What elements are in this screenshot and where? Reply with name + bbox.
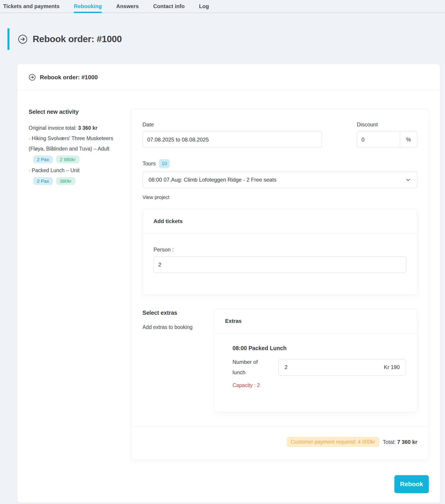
add-tickets-body: Person : — [143, 234, 417, 294]
select-extras-heading: Select extras — [142, 309, 214, 316]
rebook-form-main: Date Discount % Tou — [131, 109, 428, 412]
tours-selected-option: 08:00 07.Aug: Climb Lofoteggen Ridge - 2… — [149, 177, 276, 183]
card-body: Select new activity Original invoice tot… — [17, 90, 440, 503]
item-name: · Packed Lunch – Unit — [29, 165, 118, 176]
extra-quantity-input-wrap: Kr 190 — [278, 359, 406, 376]
discount-input-wrap: % — [357, 131, 417, 148]
list-item: · Hiking Svolværs' Three Musketeers (Flø… — [29, 133, 118, 163]
price-badge: 2 980kr — [56, 155, 79, 163]
card-header: Rebook order: #1000 — [17, 64, 440, 90]
chevron-down-icon — [405, 177, 411, 183]
extra-quantity-input[interactable] — [285, 364, 384, 370]
discount-label: Discount — [357, 121, 417, 128]
date-field-group: Date — [142, 121, 322, 148]
tours-count-badge: 10 — [159, 159, 170, 168]
title-accent-bar — [7, 28, 9, 50]
item-badges: 2 Pax 380kr — [33, 177, 118, 185]
page-title-row: Rebook order: #1000 — [7, 28, 445, 50]
tours-select[interactable]: 08:00 07.Aug: Climb Lofoteggen Ridge - 2… — [142, 171, 417, 188]
add-tickets-title: Add tickets — [143, 209, 417, 234]
total-label: Total: — [383, 439, 396, 445]
price-badge: 380kr — [56, 177, 76, 185]
total-value: 7 360 kr — [397, 439, 417, 445]
invoice-total-value: 3 360 kr — [78, 125, 98, 131]
customer-payment-badge: Customer payment required: 4 000kr — [287, 437, 379, 447]
tab-rebooking[interactable]: Rebooking — [74, 0, 102, 13]
list-item: · Packed Lunch – Unit 2 Pax 380kr — [29, 165, 118, 185]
person-count-input[interactable] — [154, 256, 406, 273]
view-project-link[interactable]: View project — [142, 195, 169, 200]
tab-contact-info[interactable]: Contact info — [153, 0, 185, 13]
discount-input[interactable] — [357, 132, 400, 147]
extra-quantity-row: Number of lunch Kr 190 — [233, 357, 406, 378]
extras-body: 08:00 Packed Lunch Number of lunch Kr 19… — [214, 334, 417, 412]
extras-panel: Extras 08:00 Packed Lunch Number of lunc… — [214, 309, 417, 412]
extra-item-title: 08:00 Packed Lunch — [233, 345, 406, 351]
date-discount-row: Date Discount % — [142, 121, 417, 148]
order-total: Total: 7 360 kr — [383, 439, 417, 445]
tours-label-row: Tours 10 — [142, 159, 417, 168]
percent-suffix: % — [400, 132, 417, 147]
select-extras-intro: Select extras Add extras to booking — [142, 309, 214, 330]
invoice-total-label: Original invoice total: — [29, 125, 77, 131]
rebook-form-column: Date Discount % Tou — [131, 108, 429, 493]
pax-badge: 2 Pax — [33, 155, 53, 163]
page-title: Rebook order: #1000 — [33, 34, 122, 44]
date-range-input[interactable] — [142, 131, 322, 148]
select-new-activity-heading: Select new activity — [29, 108, 118, 115]
tab-tickets-and-payments[interactable]: Tickets and payments — [3, 0, 59, 13]
rebook-card: Rebook order: #1000 Select new activity … — [17, 64, 440, 503]
tab-log[interactable]: Log — [199, 0, 209, 13]
top-nav: Tickets and payments Rebooking Answers C… — [0, 0, 445, 13]
extras-title: Extras — [214, 309, 417, 334]
item-name: · Hiking Svolværs' Three Musketeers (Flø… — [29, 133, 118, 154]
rebook-form-panel: Date Discount % Tou — [131, 108, 429, 460]
arrow-circle-icon — [18, 34, 28, 44]
pax-badge: 2 Pax — [33, 177, 53, 185]
tab-answers[interactable]: Answers — [116, 0, 139, 13]
original-invoice-total: Original invoice total: 3 360 kr — [29, 123, 118, 133]
extra-quantity-label: Number of lunch — [233, 357, 267, 378]
capacity-warning: Capacity : 2 — [233, 382, 406, 388]
person-label: Person : — [154, 247, 406, 253]
item-badges: 2 Pax 2 980kr — [33, 155, 118, 163]
select-extras-section: Select extras Add extras to booking Extr… — [142, 309, 417, 412]
add-tickets-panel: Add tickets Person : — [142, 209, 417, 295]
totals-row: Customer payment required: 4 000kr Total… — [131, 427, 428, 460]
date-label: Date — [142, 121, 322, 128]
card-title: Rebook order: #1000 — [40, 74, 98, 81]
rebook-button[interactable]: Rebook — [394, 475, 429, 493]
tours-field-group: Tours 10 08:00 07.Aug: Climb Lofoteggen … — [142, 159, 417, 200]
select-extras-subheading: Add extras to booking — [142, 324, 214, 330]
discount-field-group: Discount % — [357, 121, 417, 148]
extra-unit-price: Kr 190 — [384, 364, 400, 370]
arrow-circle-icon — [29, 74, 36, 81]
original-booking-summary: Select new activity Original invoice tot… — [29, 108, 118, 187]
tours-label: Tours — [142, 161, 156, 167]
